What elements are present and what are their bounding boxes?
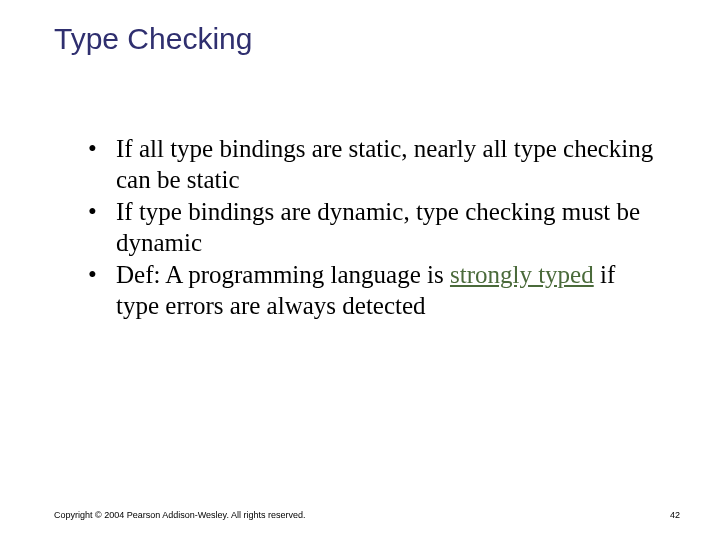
slide-title: Type Checking <box>54 22 252 56</box>
slide-body: If all type bindings are static, nearly … <box>88 134 660 323</box>
bullet-list: If all type bindings are static, nearly … <box>88 134 660 321</box>
page-number: 42 <box>670 510 680 520</box>
slide: Type Checking If all type bindings are s… <box>0 0 720 540</box>
emphasized-term: strongly typed <box>450 261 594 288</box>
bullet-item: Def: A programming language is strongly … <box>88 260 660 321</box>
bullet-text: If type bindings are dynamic, type check… <box>116 198 640 256</box>
copyright-footer: Copyright © 2004 Pearson Addison-Wesley.… <box>54 510 680 520</box>
bullet-item: If type bindings are dynamic, type check… <box>88 197 660 258</box>
bullet-text: If all type bindings are static, nearly … <box>116 135 653 193</box>
bullet-item: If all type bindings are static, nearly … <box>88 134 660 195</box>
bullet-text: Def: A programming language is <box>116 261 450 288</box>
